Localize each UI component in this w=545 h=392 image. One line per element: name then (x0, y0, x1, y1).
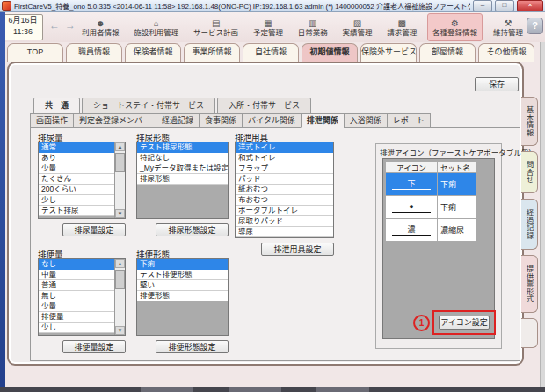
scroll-up-icon[interactable]: ▲ (115, 259, 125, 268)
category-tab-keika-kiroku[interactable]: 経過記録 (156, 113, 199, 128)
scroll-down-icon[interactable]: ▼ (115, 326, 125, 335)
maximize-button[interactable]: □ (495, 0, 514, 11)
tab-heya-joho[interactable]: 部屋情報 (419, 43, 476, 62)
close-button[interactable]: × (517, 0, 543, 11)
tab-hokengai-service-joho[interactable]: 保険外サービス情報 (360, 43, 417, 62)
category-tab-haisetsu-kankei[interactable]: 排泄関係 (301, 113, 344, 128)
urine-form-settings-button[interactable]: 排尿形態設定 (156, 223, 229, 236)
category-tab-report[interactable]: レポート (387, 113, 431, 128)
toolbar-button-nichijo-gyomu[interactable]: ▥ 日常業務 (294, 14, 332, 40)
list-item[interactable]: 排便形態 (137, 291, 228, 301)
category-tab-hanteikai-member[interactable]: 判定会登録メンバー (73, 113, 156, 128)
list-item[interactable]: 堅い (137, 280, 228, 291)
tab-jisha-joho[interactable]: 自社情報 (243, 43, 299, 62)
list-item[interactable]: 和式トイレ (236, 153, 333, 163)
list-item[interactable]: テスト排尿形態 (137, 142, 228, 153)
list-item[interactable]: 中量 (39, 270, 114, 280)
list-item[interactable]: フラップ (236, 163, 333, 174)
date-time-box[interactable]: 6月16日 11:36 (3, 14, 43, 40)
initial-values-panel: 保存 共 通 ショートステイ・付帯サービス 入所・付帯サービス 画面操作 判定会… (7, 62, 524, 366)
group-tab-shortstay[interactable]: ショートステイ・付帯サービス (82, 98, 215, 113)
time-label: 11:36 (4, 26, 42, 38)
list-item[interactable]: 無し (39, 291, 114, 301)
tab-shokuin-joho[interactable]: 職員情報 (66, 43, 122, 62)
list-item[interactable]: 特記なし (137, 153, 228, 163)
category-tab-vital-kankei[interactable]: バイタル関係 (242, 113, 301, 128)
toolbar-button-iji-kanri[interactable]: ⚒ 維持管理 (489, 14, 527, 40)
back-arrow-icon[interactable]: ← (49, 19, 60, 32)
tab-shokichi-joho[interactable]: 初期値情報 (302, 43, 358, 62)
tab-top[interactable]: TOP (7, 43, 63, 62)
list-item[interactable]: 少し (39, 323, 114, 333)
toolbar-button-jisseki-kanri[interactable]: ▨ 実績管理 (338, 14, 376, 40)
icon-table-row[interactable]: 下 下痢 (386, 173, 476, 196)
save-button[interactable]: 保存 (475, 77, 519, 91)
side-tab-toiawase[interactable]: 問合せ (521, 151, 538, 193)
wrench-icon: ⚒ (504, 18, 512, 28)
title-bar: FirstCareV5_特養_ono 5.0.335 <2014-06-11 1… (0, 0, 545, 12)
list-item[interactable]: 普通 (39, 280, 114, 291)
side-tab-keika-kiroku[interactable]: 経過記録 (521, 199, 538, 250)
toolbar-button-seikyu-kanri[interactable]: ▩ 請求管理 (382, 14, 421, 40)
tab-sonota-joho[interactable]: その他情報 (478, 43, 534, 62)
side-tab-kihon-joho[interactable]: 基本情報 (521, 97, 538, 146)
side-tab-teikyohyo-keishiki[interactable]: 提供票形式 (521, 255, 538, 313)
tools-settings-button[interactable]: 排泄用具設定 (261, 243, 334, 256)
list-item[interactable]: 排便量 (39, 312, 114, 323)
side-tab-empty[interactable] (521, 318, 538, 348)
urine-amount-settings-button[interactable]: 排尿量設定 (62, 223, 126, 236)
toolbar-button-riyosha-joho[interactable]: ☻ 利用者情報 (77, 14, 124, 40)
category-tab-nyuyoku-kankei[interactable]: 入浴関係 (344, 113, 387, 128)
tab-jigyosho-joho[interactable]: 事業所情報 (184, 43, 240, 62)
list-item[interactable]: 布おむつ (236, 195, 333, 206)
toolbar-button-yotei-kanri[interactable]: ▦ 予定管理 (249, 14, 287, 40)
desktop-edge-strip (0, 12, 5, 387)
stool-form-settings-button[interactable]: 排便形態設定 (156, 340, 229, 353)
category-tab-gamen-sosa[interactable]: 画面操作 (30, 113, 73, 128)
scroll-up-icon[interactable]: ▲ (115, 142, 125, 151)
scroll-down-icon[interactable]: ▼ (115, 209, 125, 218)
list-item[interactable]: テスト排便形態 (137, 270, 228, 280)
group-tab-nyusho[interactable]: 入所・付帯サービス (217, 98, 311, 113)
list-item[interactable]: 少量 (39, 163, 114, 174)
icon-table-row[interactable]: 濃 濃縮尿 (386, 219, 476, 242)
help-button[interactable]: ? (527, 18, 543, 34)
list-item[interactable]: 200くらい (39, 185, 114, 195)
stool-amount-settings-button[interactable]: 排便量設定 (62, 340, 126, 353)
list-item[interactable]: _Myデータ取得または設定 (137, 163, 228, 174)
scrollbar[interactable]: ▲ ▼ (114, 142, 125, 218)
list-item[interactable]: 尿取りパッド (236, 216, 333, 227)
list-item[interactable]: ポータブルトイレ (236, 206, 333, 216)
toolbar-button-shisetsu-riyo-kanri[interactable]: ⌂ 施設利用管理 (129, 14, 183, 40)
list-item[interactable]: テスト排尿 (39, 206, 114, 216)
list-item[interactable]: 少量 (39, 301, 114, 312)
forward-arrow-icon[interactable]: → (65, 19, 76, 32)
list-item[interactable]: 紙おむつ (236, 185, 333, 195)
scroll-thumb[interactable] (115, 270, 125, 289)
list-item[interactable]: パッド (236, 174, 333, 185)
icon-table-row[interactable]: ● 下痢 (386, 196, 476, 219)
list-item[interactable]: 導尿 (236, 227, 333, 237)
list-item[interactable]: 洋式トイレ (236, 142, 333, 153)
list-item[interactable]: 排尿形態 (137, 174, 228, 185)
list-item[interactable]: 下痢 (137, 259, 228, 270)
group-tab-common[interactable]: 共 通 (33, 98, 80, 113)
scrollbar[interactable]: ▲ ▼ (114, 259, 125, 335)
user-icon: ☻ (96, 18, 105, 28)
list-item[interactable]: 通常 (39, 142, 114, 153)
minimize-button[interactable]: – (473, 0, 492, 11)
toolbar-button-kakushu-toroku-joho[interactable]: ⚙ 各種登録情報 (427, 13, 483, 41)
toolbar-button-service-keikaku[interactable]: ▤ サービス計画 (189, 14, 243, 40)
tab-hokensha-joho[interactable]: 保険者情報 (125, 43, 181, 62)
icon-settings-button[interactable]: アイコン設定 (439, 316, 490, 330)
list-item[interactable]: なし (39, 259, 114, 270)
group-tab-bar: 共 通 ショートステイ・付帯サービス 入所・付帯サービス (33, 98, 313, 113)
taskbar[interactable] (0, 387, 545, 392)
main-tab-bar: TOP 職員情報 保険者情報 事業所情報 自社情報 初期値情報 保険外サービス情… (7, 43, 534, 62)
haisetsu-icon: 濃 (386, 219, 438, 242)
category-tab-shokuji-kankei[interactable]: 食事関係 (199, 113, 242, 128)
list-item[interactable]: あり (39, 153, 114, 163)
scroll-thumb[interactable] (115, 153, 125, 172)
list-item[interactable]: 少し (39, 195, 114, 206)
list-item[interactable]: たくさん (39, 174, 114, 185)
